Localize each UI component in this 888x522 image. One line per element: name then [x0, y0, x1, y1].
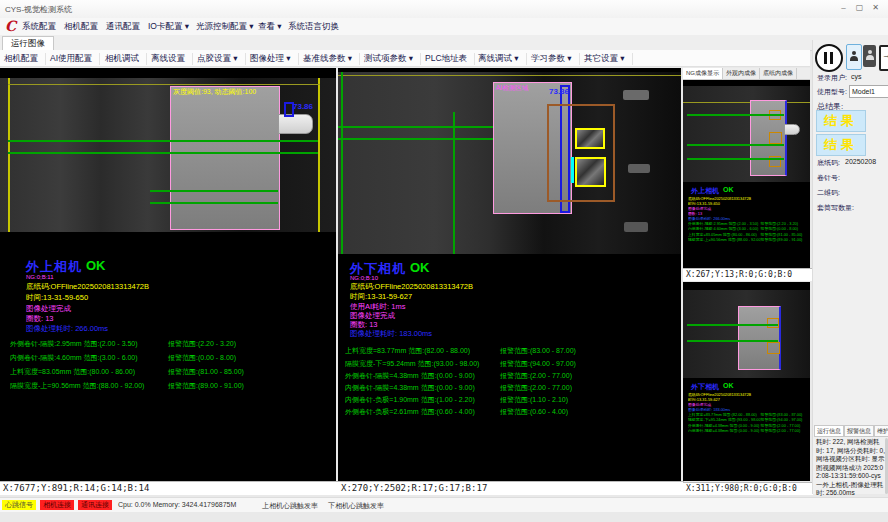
- menu-system-config[interactable]: 系统配置: [22, 21, 56, 33]
- measure-text: 隔膜宽度-上=90.56mm 范围:(88.00 - 92.00): [10, 381, 168, 391]
- tool-ai-use-config[interactable]: AI使用配置: [50, 53, 100, 65]
- pin-number-label: 卷针号:: [817, 173, 840, 183]
- camera-link-badge: 相机连接: [40, 500, 74, 510]
- alarm-text: 报警范围:(1.10 - 2.10): [500, 395, 568, 405]
- operator-button[interactable]: [846, 44, 862, 70]
- tool-offline-debug[interactable]: 离线调试 ▾: [478, 53, 527, 65]
- preview-image: [683, 86, 810, 182]
- camera-result-ok: OK: [723, 382, 734, 389]
- measure-row: 内侧卷针-隔膜=4.38mm 范围:(0.00 - 9.00) 报警范围:(2.…: [345, 383, 677, 393]
- menu-light-config[interactable]: 光源控制配置 ▾: [196, 21, 254, 33]
- measure-text: 内侧卷针-负极=1.90mm 范围:(1.00 - 2.20): [345, 395, 500, 405]
- app-logo-icon: C: [5, 18, 16, 34]
- preview-view-top[interactable]: 外上相机 OK 底纸码:OFFline2025020813313472B 时间:…: [683, 80, 810, 268]
- calib-line-top: [8, 84, 320, 85]
- tool-test-params[interactable]: 测试项参数 ▾: [364, 53, 421, 65]
- alarm-text: 报警范围:(2.00 - 77.00): [500, 383, 572, 393]
- preview-info-block: 底纸码:OFFline2025020813313472B 时间:13-31-59…: [688, 196, 815, 243]
- tab-maint-info[interactable]: 维护信息: [874, 425, 888, 437]
- tab-roi-yellow-2: [575, 157, 606, 187]
- camera-view-lower[interactable]: AI检测区域 73.86 外下相机 OK NG:0;B:10 底纸码:OFFli…: [338, 68, 681, 481]
- log-textarea[interactable]: 耗时: 222, 网络检测耗时: 17, 网络分类耗时: 0, 网络视频分区耗时…: [816, 438, 886, 498]
- alarm-text: 报警范围:(0.60 - 4.00): [500, 407, 568, 417]
- measure-text: 内侧卷针-隔膜=4.38mm 范围:(0.00 - 9.00): [688, 428, 761, 434]
- pause-icon: [830, 52, 833, 64]
- preview-tab-ng[interactable]: NG成像显示: [683, 68, 723, 79]
- tool-camera-config[interactable]: 相机配置: [4, 53, 46, 65]
- tool-learn-params[interactable]: 学习参数 ▾: [531, 53, 580, 65]
- measure-value-label: 73.86: [293, 102, 313, 111]
- admin-button[interactable]: [863, 45, 876, 67]
- alarm-text: 报警范围:(94.00 - 97.00): [500, 359, 576, 369]
- logout-button[interactable]: →: [879, 45, 888, 71]
- logout-arrow-icon: →: [882, 50, 888, 60]
- tool-camera-debug[interactable]: 相机调试: [105, 53, 147, 65]
- model-input[interactable]: Model1: [849, 85, 888, 98]
- calib-line: [683, 102, 810, 103]
- tab-connector-shape: [278, 114, 313, 134]
- ai-region-rect: [738, 306, 781, 370]
- tool-plc-table[interactable]: PLC地址表: [425, 53, 475, 65]
- measure-text: 内侧卷针-隔膜=4.38mm 范围:(0.00 - 9.00): [345, 383, 500, 393]
- model-label: 使用型号:: [817, 87, 847, 97]
- menu-language-switch[interactable]: 系统语言切换: [288, 21, 339, 33]
- coords-bar-upper: X:7677;Y:891;R:14;G:14;B:14: [0, 481, 339, 495]
- baseline-green-4: [150, 202, 278, 204]
- coords-bar-preview-bottom: X:311;Y:980;R:0;G:0;B:0: [683, 482, 813, 495]
- menu-camera-config[interactable]: 相机配置: [64, 21, 98, 33]
- result-box-1: 结果: [816, 110, 866, 132]
- menu-comm-config[interactable]: 通讯配置: [106, 21, 140, 33]
- measure-text: 外侧卷针-负极=2.61mm 范围:(0.60 - 4.00): [345, 407, 500, 417]
- loop-count-line: 圈数: 13: [26, 314, 54, 324]
- camera-image-lower: AI检测区域 73.86: [338, 72, 681, 254]
- alarm-text: 报警范围:(2.00 - 77.00): [500, 371, 572, 381]
- ai-region-label: AI检测区域: [496, 84, 528, 93]
- minimize-icon[interactable]: –: [836, 2, 851, 14]
- tool-glue-setting[interactable]: 点胶设置 ▾: [197, 53, 246, 65]
- tool-offline-setting[interactable]: 离线设置: [151, 53, 193, 65]
- measure-row: 外侧卷针-隔膜=4.38mm 范围:(0.00 - 9.00) 报警范围:(2.…: [345, 371, 677, 381]
- upper-heartbeat-text: 上相机心跳触发率: [262, 501, 318, 511]
- measure-row: 隔膜宽度-下=95.24mm 范围:(93.00 - 98.00) 报警范围:(…: [345, 359, 677, 369]
- measure-text: 上料宽度=83.05mm 范围:(80.00 - 86.00): [10, 367, 168, 377]
- cyan-marker: [571, 157, 574, 183]
- title-bar: CYS-视觉检测系统 – ▢ ✕: [0, 0, 888, 19]
- tab-roi: [767, 318, 779, 328]
- status-bar: 心跳信号 相机连接 通讯连接 Cpu: 0.0% Memory: 3424.41…: [0, 497, 888, 512]
- measure-row: 外侧卷针-隔膜:2.95mm 范围:(2.00 - 3.50) 报警范围:(2.…: [10, 339, 332, 349]
- tab-connector-shape: [784, 124, 800, 135]
- tool-other-settings[interactable]: 其它设置 ▾: [584, 53, 633, 65]
- calib-line-top: [338, 75, 681, 76]
- preview-tab-outer[interactable]: 外观内成像: [723, 68, 760, 79]
- machine-knob: [628, 164, 650, 173]
- tab-run-info[interactable]: 运行信息: [814, 425, 844, 437]
- preview-tab-base[interactable]: 底纸内成像: [760, 68, 797, 79]
- pause-button[interactable]: [815, 44, 843, 72]
- camera-view-upper[interactable]: 灰度阈值:93, 动态阈值:100 73.86 外上相机 OK NG:0;B:1…: [0, 68, 336, 481]
- machine-knob: [624, 222, 648, 232]
- alarm-text: 报警范围:(89.00 - 91.00): [168, 381, 244, 391]
- threshold-label: 灰度阈值:93, 动态阈值:100: [173, 87, 256, 97]
- calib-line-right: [318, 78, 320, 232]
- camera-result-ok: OK: [410, 260, 430, 275]
- tool-image-process[interactable]: 图像处理 ▾: [250, 53, 299, 65]
- measure-text: 上料宽度=83.77mm 范围:(82.00 - 88.00): [345, 346, 500, 356]
- tab-roi-yellow-1: [575, 128, 605, 149]
- base-code-line: 底纸码:OFFline2025020813313472B: [350, 282, 473, 292]
- maximize-icon[interactable]: ▢: [852, 2, 867, 14]
- measure-row: 隔膜宽度-上=90.56mm 范围:(88.00 - 92.00) 报警范围:(…: [10, 381, 332, 391]
- tab-alarm-info[interactable]: 报警信息: [844, 425, 874, 437]
- close-icon[interactable]: ✕: [868, 2, 883, 14]
- menu-view[interactable]: 查看 ▾: [258, 21, 282, 33]
- menu-io-config[interactable]: IO卡配置 ▾: [148, 21, 189, 33]
- preview-view-bottom[interactable]: 外下相机 OK 底纸码:OFFline2025020813313472B 时间:…: [683, 282, 810, 481]
- edge-line-green: [341, 72, 343, 254]
- baseline-green: [687, 144, 784, 146]
- function-toolbar: 相机配置 AI使用配置 相机调试 离线设置 点胶设置 ▾ 图像处理 ▾ 基准线参…: [0, 50, 810, 67]
- pause-icon: [824, 52, 827, 64]
- tool-baseline-params[interactable]: 基准线参数 ▾: [303, 53, 360, 65]
- preview-info-block: 底纸码:OFFline2025020813313472B 时间:13-31-59…: [688, 392, 815, 434]
- baseline-green: [687, 158, 784, 160]
- tab-roi: [769, 132, 782, 144]
- tab-run-image[interactable]: 运行图像: [2, 36, 54, 50]
